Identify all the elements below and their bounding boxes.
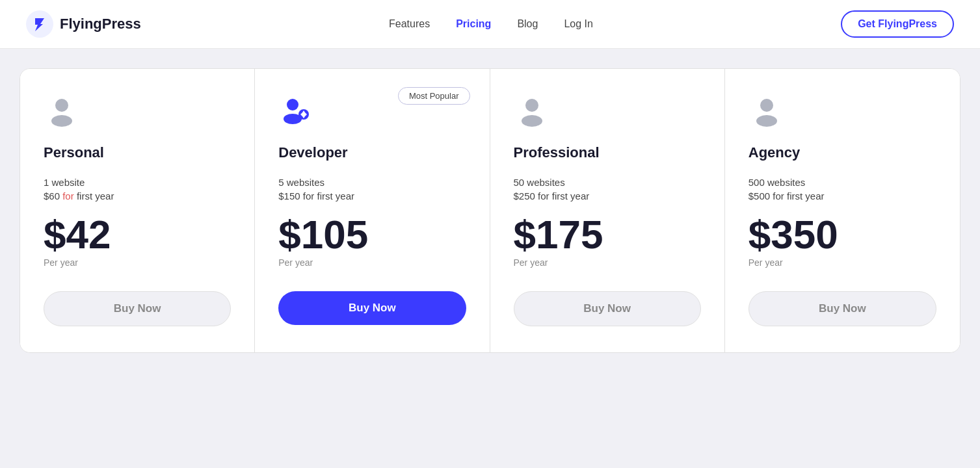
professional-period: Per year [514,257,701,268]
developer-websites: 5 websites [278,177,466,188]
pricing-grid: Personal 1 website $60 for first year $4… [20,68,960,353]
get-flyingpress-button[interactable]: Get FlyingPress [841,10,954,38]
professional-first-year: $250 for first year [514,190,701,202]
most-popular-badge: Most Popular [398,87,470,105]
professional-plan-name: Professional [514,144,701,161]
nav-pricing[interactable]: Pricing [456,18,491,29]
pricing-section: Personal 1 website $60 for first year $4… [0,49,980,468]
logo-link[interactable]: FlyingPress [26,10,141,38]
personal-first-year: $60 for first year [44,190,231,202]
personal-plan-name: Personal [44,144,231,161]
professional-websites: 50 websites [514,177,701,188]
personal-period: Per year [44,257,231,268]
agency-period: Per year [748,257,936,268]
professional-icon [514,92,550,129]
svg-point-1 [55,99,68,112]
personal-websites: 1 website [44,177,231,188]
professional-price: $175 [514,214,701,255]
personal-buy-button[interactable]: Buy Now [44,291,231,326]
developer-first-year: $150 for first year [278,190,466,202]
nav-blog[interactable]: Blog [517,18,538,29]
developer-period: Per year [278,257,466,268]
svg-point-6 [525,99,538,112]
professional-buy-button[interactable]: Buy Now [514,291,701,326]
developer-price: $105 [278,214,466,255]
svg-point-7 [522,115,542,127]
developer-plan-name: Developer [278,144,466,161]
plan-agency: Agency 500 websites $500 for first year … [725,69,960,352]
svg-point-2 [51,115,72,127]
logo-icon [26,10,53,38]
agency-buy-button[interactable]: Buy Now [748,291,936,326]
personal-icon [44,92,80,129]
nav-links: Features Pricing Blog Log In [389,18,593,30]
developer-buy-button[interactable]: Buy Now [278,291,466,325]
nav-features[interactable]: Features [389,18,430,29]
agency-icon [748,92,785,129]
developer-icon [278,92,315,129]
agency-websites: 500 websites [748,177,936,188]
plan-developer: Most Popular Developer 5 websites $150 f… [255,69,490,352]
agency-plan-name: Agency [748,144,936,161]
personal-price: $42 [44,214,231,255]
agency-price: $350 [748,214,936,255]
plan-personal: Personal 1 website $60 for first year $4… [20,69,255,352]
svg-point-8 [760,99,773,112]
logo-text: FlyingPress [60,16,141,32]
svg-point-3 [287,99,298,110]
plan-professional: Professional 50 websites $250 for first … [490,69,725,352]
nav-login[interactable]: Log In [564,18,592,29]
svg-point-9 [756,115,777,127]
agency-first-year: $500 for first year [748,190,936,202]
navbar: FlyingPress Features Pricing Blog Log In… [0,0,980,49]
